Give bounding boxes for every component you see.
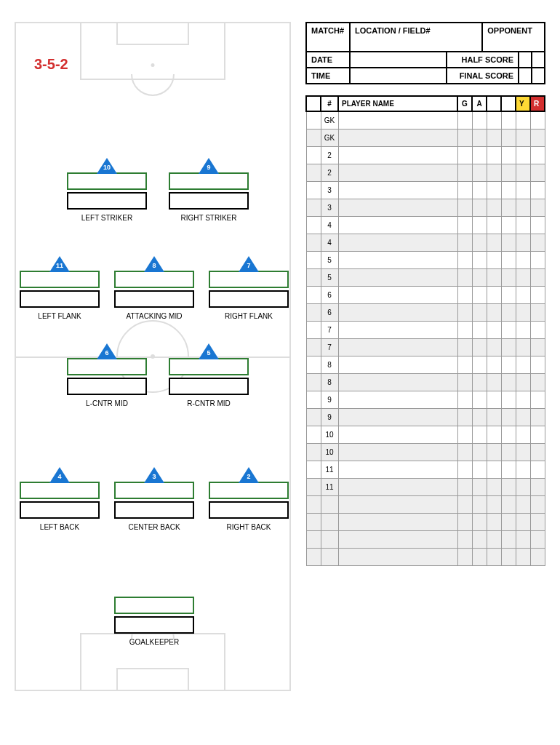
cell-y[interactable] — [516, 164, 530, 181]
cell-g[interactable] — [457, 164, 472, 181]
cell-r[interactable] — [530, 303, 545, 321]
cell-b1[interactable] — [487, 443, 501, 461]
name-input-2[interactable] — [169, 378, 249, 395]
half-score-2[interactable] — [532, 52, 545, 68]
cell-a[interactable] — [472, 461, 487, 478]
cell-g[interactable] — [457, 461, 472, 478]
cell-num[interactable]: GK — [321, 129, 338, 146]
cell-a[interactable] — [472, 129, 487, 146]
pos-goalkeeper[interactable]: GOALKEEPER — [114, 598, 194, 646]
cell-b1[interactable] — [487, 111, 501, 129]
name-input[interactable] — [209, 271, 289, 288]
cell-num[interactable]: 9 — [321, 391, 338, 408]
cell-g[interactable] — [457, 548, 472, 565]
cell-a[interactable] — [472, 426, 487, 443]
cell-b2[interactable] — [501, 303, 516, 321]
cell-chk[interactable] — [306, 461, 321, 478]
opponent-cell[interactable]: OPPONENT — [482, 23, 545, 52]
cell-num[interactable]: 5 — [321, 268, 338, 286]
cell-r[interactable] — [530, 268, 545, 286]
cell-a[interactable] — [472, 251, 487, 268]
cell-a[interactable] — [472, 164, 487, 181]
cell-b1[interactable] — [487, 303, 501, 321]
pos-center-back[interactable]: 3 CENTER BACK — [114, 467, 194, 531]
pos-left-flank[interactable]: 11 LEFT FLANK — [20, 256, 100, 320]
cell-chk[interactable] — [306, 338, 321, 356]
cell-name[interactable] — [338, 338, 457, 356]
cell-y[interactable] — [516, 181, 530, 199]
cell-b2[interactable] — [501, 146, 516, 164]
cell-a[interactable] — [472, 356, 487, 373]
cell-b1[interactable] — [487, 495, 501, 513]
cell-chk[interactable] — [306, 216, 321, 234]
cell-y[interactable] — [516, 461, 530, 478]
name-input[interactable] — [169, 172, 249, 190]
cell-name[interactable] — [338, 129, 457, 146]
cell-r[interactable] — [530, 426, 545, 443]
cell-a[interactable] — [472, 338, 487, 356]
cell-b2[interactable] — [501, 548, 516, 565]
cell-num[interactable]: 4 — [321, 234, 338, 251]
cell-b2[interactable] — [501, 356, 516, 373]
cell-g[interactable] — [457, 443, 472, 461]
cell-num[interactable]: 4 — [321, 216, 338, 234]
cell-b1[interactable] — [487, 513, 501, 530]
cell-b1[interactable] — [487, 181, 501, 199]
cell-name[interactable] — [338, 356, 457, 373]
cell-chk[interactable] — [306, 478, 321, 495]
pos-l-cntr-mid[interactable]: 6 L-CNTR MID — [67, 343, 147, 407]
cell-g[interactable] — [457, 111, 472, 129]
cell-r[interactable] — [530, 530, 545, 548]
cell-b2[interactable] — [501, 111, 516, 129]
cell-g[interactable] — [457, 495, 472, 513]
cell-b2[interactable] — [501, 461, 516, 478]
cell-r[interactable] — [530, 111, 545, 129]
cell-num[interactable]: 8 — [321, 373, 338, 391]
cell-r[interactable] — [530, 478, 545, 495]
cell-a[interactable] — [472, 391, 487, 408]
cell-a[interactable] — [472, 478, 487, 495]
cell-num[interactable]: 10 — [321, 443, 338, 461]
time-input[interactable] — [350, 68, 447, 84]
cell-a[interactable] — [472, 408, 487, 426]
cell-name[interactable] — [338, 391, 457, 408]
cell-b1[interactable] — [487, 461, 501, 478]
cell-a[interactable] — [472, 530, 487, 548]
cell-name[interactable] — [338, 181, 457, 199]
cell-b2[interactable] — [501, 286, 516, 303]
cell-chk[interactable] — [306, 373, 321, 391]
cell-name[interactable] — [338, 321, 457, 338]
cell-name[interactable] — [338, 146, 457, 164]
cell-b1[interactable] — [487, 164, 501, 181]
cell-chk[interactable] — [306, 164, 321, 181]
cell-r[interactable] — [530, 513, 545, 530]
cell-r[interactable] — [530, 164, 545, 181]
cell-b2[interactable] — [501, 391, 516, 408]
cell-b2[interactable] — [501, 321, 516, 338]
cell-r[interactable] — [530, 199, 545, 216]
match-number-cell[interactable]: MATCH# — [306, 23, 350, 52]
cell-chk[interactable] — [306, 513, 321, 530]
cell-b2[interactable] — [501, 338, 516, 356]
cell-b1[interactable] — [487, 321, 501, 338]
cell-y[interactable] — [516, 146, 530, 164]
cell-b2[interactable] — [501, 408, 516, 426]
cell-r[interactable] — [530, 356, 545, 373]
cell-r[interactable] — [530, 251, 545, 268]
cell-chk[interactable] — [306, 495, 321, 513]
cell-y[interactable] — [516, 443, 530, 461]
cell-b1[interactable] — [487, 251, 501, 268]
name-input[interactable] — [114, 597, 194, 614]
cell-b2[interactable] — [501, 426, 516, 443]
name-input[interactable] — [114, 271, 194, 288]
cell-a[interactable] — [472, 321, 487, 338]
cell-chk[interactable] — [306, 251, 321, 268]
cell-num[interactable] — [321, 495, 338, 513]
cell-a[interactable] — [472, 199, 487, 216]
cell-b1[interactable] — [487, 426, 501, 443]
cell-b1[interactable] — [487, 338, 501, 356]
cell-r[interactable] — [530, 461, 545, 478]
pos-right-flank[interactable]: 7 RIGHT FLANK — [209, 256, 289, 320]
cell-g[interactable] — [457, 129, 472, 146]
cell-b1[interactable] — [487, 146, 501, 164]
